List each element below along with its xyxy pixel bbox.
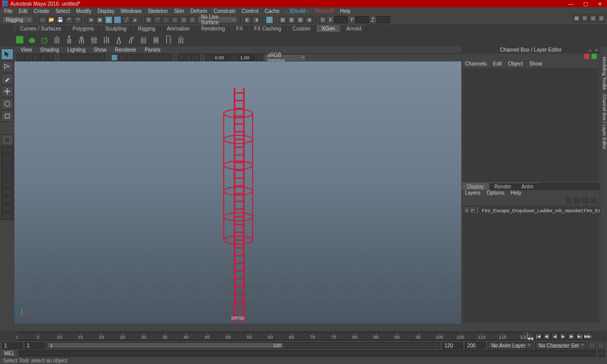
- layer-tab-display[interactable]: Display: [462, 183, 489, 190]
- cg-input-icon[interactable]: ◐: [243, 16, 251, 24]
- menu-skin[interactable]: Skin: [171, 8, 187, 14]
- prefs-icon[interactable]: [598, 342, 605, 349]
- menu-redshift[interactable]: Redshift: [312, 8, 337, 14]
- shelf-tab-fx[interactable]: FX: [230, 25, 248, 32]
- open-scene-icon[interactable]: 📂: [48, 16, 55, 24]
- scale-tool[interactable]: [1, 110, 13, 122]
- smooth-shade-icon[interactable]: [127, 54, 133, 61]
- play-back-button[interactable]: ◀: [551, 333, 558, 340]
- layer-tab-render[interactable]: Render: [489, 183, 517, 190]
- select-hierarchy-icon[interactable]: ◈: [87, 16, 95, 24]
- range-start-outer[interactable]: [2, 342, 23, 349]
- exposure-input[interactable]: [213, 54, 230, 61]
- image-plane-icon[interactable]: [40, 54, 46, 61]
- bookmark-icon[interactable]: [32, 54, 39, 61]
- channel-list[interactable]: [463, 68, 599, 182]
- grid-toggle-icon[interactable]: [60, 54, 67, 61]
- field-chart-icon[interactable]: [83, 54, 90, 61]
- redo-icon[interactable]: ↷: [74, 16, 82, 24]
- coord-x-input[interactable]: [334, 16, 348, 23]
- shelf-tab-arnold[interactable]: Arnold: [340, 25, 367, 32]
- sidebar-channel-box[interactable]: Channel Box / Layer Editor: [600, 94, 607, 150]
- xgen-icon[interactable]: [14, 35, 25, 45]
- layout-two-v[interactable]: [1, 171, 13, 179]
- ao-icon[interactable]: [158, 54, 164, 61]
- xgen-twist-icon[interactable]: [114, 35, 124, 45]
- workspace-dropdown[interactable]: Rigging: [2, 16, 33, 23]
- snap-plane-icon[interactable]: ◇: [171, 16, 179, 24]
- minimize-button[interactable]: —: [564, 0, 578, 7]
- shelf-tab-custom[interactable]: Custom: [287, 25, 316, 32]
- close-button[interactable]: ✕: [593, 0, 607, 7]
- layout-graph[interactable]: [1, 204, 13, 212]
- gamma-icon[interactable]: [231, 54, 238, 61]
- menu-3dtoall[interactable]: - 3DtoAll -: [283, 8, 312, 14]
- channel-menu-show[interactable]: Show: [529, 61, 542, 67]
- view-transform-icon[interactable]: [256, 54, 263, 61]
- range-end-inner[interactable]: [442, 342, 463, 349]
- wireframe-shaded-icon[interactable]: [111, 54, 118, 61]
- snap-point-icon[interactable]: ◦: [162, 16, 170, 24]
- xgen-clump-icon[interactable]: [76, 35, 87, 45]
- camera-select-icon[interactable]: [17, 54, 23, 61]
- sidebar-modeling-toolkit[interactable]: Modeling Toolkit: [600, 57, 607, 90]
- select-component-icon[interactable]: ▦: [105, 16, 113, 24]
- xgen-density-icon[interactable]: [64, 35, 74, 45]
- new-scene-icon[interactable]: ▱: [39, 16, 46, 24]
- cmd-input[interactable]: [19, 350, 596, 356]
- camera-lock-icon[interactable]: [24, 54, 31, 61]
- render-settings-icon[interactable]: ▦: [297, 16, 304, 24]
- safe-action-icon[interactable]: [91, 54, 98, 61]
- step-forward-button[interactable]: |▶: [568, 333, 575, 340]
- cmd-language-label[interactable]: MEL: [0, 351, 19, 356]
- layout-four[interactable]: [1, 155, 13, 162]
- shelf-tab-xgen[interactable]: XGen: [316, 25, 341, 32]
- shadows-icon[interactable]: [150, 54, 157, 61]
- snap-curve-icon[interactable]: ◠: [153, 16, 161, 24]
- gate-mask-icon[interactable]: [75, 54, 82, 61]
- layer-playback-toggle[interactable]: P: [471, 208, 474, 213]
- isolate-icon[interactable]: [178, 54, 184, 61]
- last-tool[interactable]: [1, 134, 13, 146]
- menu-deform[interactable]: Deform: [187, 8, 210, 14]
- xgen-noise-icon[interactable]: [101, 35, 112, 45]
- snap-live-icon[interactable]: ◎: [180, 16, 188, 24]
- layer-list[interactable]: V P Fire_Escape_Dropdown_Ladder_mb_stand…: [463, 205, 599, 323]
- xgen-export-icon[interactable]: [176, 35, 186, 45]
- channel-menu-object[interactable]: Object: [508, 61, 523, 67]
- menu-create[interactable]: Create: [30, 8, 52, 14]
- textured-icon[interactable]: [134, 54, 141, 61]
- shelf-tab-fxcaching[interactable]: FX Caching: [248, 25, 287, 32]
- xgen-cut-icon[interactable]: [89, 35, 99, 45]
- shelf-tab-sculpting[interactable]: Sculpting: [100, 25, 132, 32]
- xgen-guides-icon[interactable]: [52, 35, 62, 45]
- viewport[interactable]: persp: [14, 61, 461, 324]
- select-edge-icon[interactable]: ╱: [122, 16, 130, 24]
- safe-title-icon[interactable]: [99, 54, 105, 61]
- layout-add[interactable]: [1, 213, 13, 220]
- xgen-freeze-icon[interactable]: [151, 35, 161, 45]
- layer-new-selected-icon[interactable]: [590, 197, 597, 203]
- panel-menu-renderer[interactable]: Renderer: [112, 47, 139, 53]
- attribute-editor-icon[interactable]: ▤: [589, 14, 597, 22]
- layer-visibility-toggle[interactable]: V: [465, 208, 469, 213]
- shelf-tab-rendering[interactable]: Rendering: [195, 25, 230, 32]
- channel-box-icon[interactable]: ▥: [598, 14, 605, 22]
- menu-edit[interactable]: Edit: [15, 8, 30, 14]
- layer-menu-layers[interactable]: Layers: [465, 190, 480, 197]
- layout-outliner[interactable]: [1, 196, 13, 203]
- xray-joints-icon[interactable]: [193, 54, 200, 61]
- play-forward-button[interactable]: ▶: [559, 333, 567, 340]
- layer-tab-anim[interactable]: Anim: [517, 183, 539, 190]
- script-editor-button[interactable]: [598, 350, 605, 356]
- layer-menu-options[interactable]: Options: [487, 190, 504, 197]
- channel-menu-channels[interactable]: Channels: [465, 61, 487, 67]
- film-gate-icon[interactable]: [48, 54, 54, 61]
- layout-persp[interactable]: [1, 188, 13, 195]
- xgen-sphere-icon[interactable]: [39, 35, 50, 45]
- layer-menu-help[interactable]: Help: [510, 190, 521, 197]
- layer-movedown-icon[interactable]: [574, 197, 580, 203]
- render-frame-icon[interactable]: ▦: [279, 16, 287, 24]
- layer-item[interactable]: V P Fire_Escape_Dropdown_Ladder_mb_stand…: [465, 208, 597, 213]
- step-back-button[interactable]: ◀|: [543, 333, 550, 340]
